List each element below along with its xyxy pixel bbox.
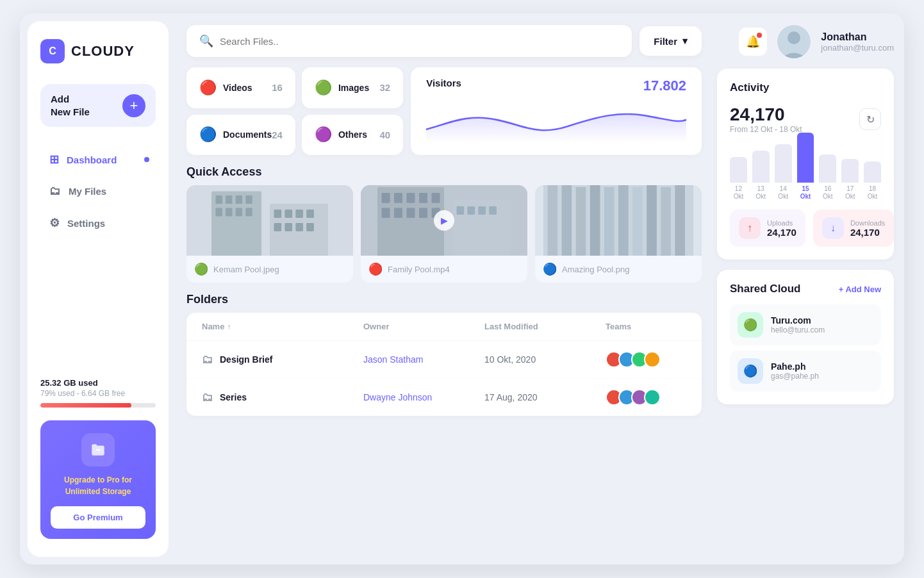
qa-card-1[interactable]: ▶ 🔴 Family Pool.mp4: [361, 185, 527, 283]
download-icon: ↓: [822, 217, 844, 239]
svg-rect-24: [407, 193, 415, 203]
table-row[interactable]: 🗂 Design Brief Jason Statham 10 Okt, 202…: [186, 341, 702, 379]
sidebar-item-my-files[interactable]: 🗂 My Files: [40, 177, 156, 206]
logo-icon: C: [40, 39, 65, 63]
topbar: 🔍 Filter ▾: [186, 25, 702, 57]
qa-thumb-1: ▶: [361, 185, 527, 256]
qa-card-0[interactable]: 🟢 Kemam Pool.jpeg: [186, 185, 353, 283]
stat-card-others[interactable]: 🟣 Others 40: [302, 115, 403, 156]
filter-button[interactable]: Filter ▾: [639, 26, 702, 56]
svg-rect-12: [274, 210, 282, 218]
go-premium-button[interactable]: Go Premium: [51, 506, 145, 529]
user-info: Jonathan jonathan@turu.com: [821, 31, 894, 53]
activity-number: 24,170: [730, 104, 802, 125]
folder-icon-0: 🗂: [202, 353, 213, 367]
videos-label: Videos: [223, 83, 252, 93]
logo-row: C CLOUDY: [40, 39, 156, 63]
svg-rect-10: [245, 208, 252, 217]
storage-bar-background: [40, 403, 156, 408]
downloads-card: ↓ Downloads 24,170: [813, 210, 894, 247]
add-file-label: Add New File: [51, 93, 90, 118]
stats-row: 🔴 Videos 16 🟢 Images 32 🔵 Documents: [186, 67, 702, 155]
filter-label: Filter: [654, 36, 677, 47]
svg-rect-7: [216, 208, 222, 217]
svg-rect-44: [618, 185, 629, 256]
uploads-value: 24,170: [767, 227, 796, 238]
add-file-icon[interactable]: +: [122, 94, 145, 117]
quick-access-cards: 🟢 Kemam Pool.jpeg: [186, 185, 702, 283]
svg-rect-34: [467, 206, 475, 215]
user-email: jonathan@turu.com: [821, 43, 894, 53]
play-button-icon[interactable]: ▶: [434, 210, 454, 231]
bar-0: [730, 157, 747, 183]
qa-filename-1: Family Pool.mp4: [388, 265, 450, 274]
svg-rect-23: [394, 193, 402, 203]
search-icon: 🔍: [199, 34, 213, 48]
qa-card-2[interactable]: 🔵 Amazing Pool.png: [535, 185, 702, 283]
sidebar-item-dashboard-label: Dashboard: [67, 154, 117, 165]
bar-label-1: 13Okt: [756, 185, 766, 201]
stat-card-videos[interactable]: 🔴 Videos 16: [186, 67, 295, 108]
bar-3-active: [797, 133, 814, 183]
folder-teams-1: [606, 389, 686, 406]
svg-rect-46: [647, 185, 657, 256]
stat-card-images[interactable]: 🟢 Images 32: [302, 67, 403, 108]
main-content: 🔍 Filter ▾ 🔴 Videos 16: [176, 13, 712, 565]
svg-rect-45: [632, 187, 643, 256]
settings-icon: ⚙: [49, 216, 60, 230]
nav-items: ⊞ Dashboard 🗂 My Files ⚙ Settings: [40, 145, 156, 363]
add-file-button[interactable]: Add New File +: [40, 84, 156, 127]
bar-col-4: 16Okt: [819, 154, 836, 201]
sidebar-item-settings[interactable]: ⚙ Settings: [40, 208, 156, 238]
videos-count: 16: [272, 82, 283, 93]
svg-rect-18: [295, 223, 303, 231]
shared-cloud-card: Shared Cloud + Add New 🟢 Turu.com hello@…: [717, 270, 894, 404]
others-count: 40: [380, 129, 391, 140]
bar-col-6: 18Okt: [864, 161, 881, 201]
upgrade-box: Upgrade to Pro for Unlimited Storage Go …: [40, 420, 156, 539]
folder-teams-0: [606, 351, 686, 368]
refresh-button[interactable]: ↻: [859, 108, 881, 130]
table-row[interactable]: 🗂 Series Dwayne Johnson 17 Aug, 2020: [186, 379, 702, 416]
svg-rect-19: [306, 223, 314, 231]
cloud-icon-1: 🔵: [738, 358, 763, 384]
downloads-value: 24,170: [850, 227, 885, 238]
sort-arrow-icon: ↑: [227, 322, 231, 331]
notification-button[interactable]: 🔔: [739, 28, 767, 56]
others-icon: 🟣: [315, 126, 332, 143]
chevron-down-icon: ▾: [682, 35, 688, 47]
stat-card-documents[interactable]: 🔵 Documents 24: [186, 115, 295, 156]
files-icon: 🗂: [49, 185, 61, 198]
avatar: [644, 351, 661, 368]
svg-rect-28: [394, 208, 402, 219]
svg-rect-36: [489, 206, 497, 215]
sidebar-item-dashboard[interactable]: ⊞ Dashboard: [40, 145, 156, 174]
svg-rect-35: [478, 206, 486, 215]
search-input[interactable]: [220, 36, 619, 47]
shared-cloud-title: Shared Cloud: [730, 283, 801, 295]
documents-label: Documents: [223, 129, 272, 140]
activity-card: Activity 24,170 From 12 Okt - 18 Okt ↻ 1…: [717, 69, 894, 260]
svg-rect-4: [226, 195, 232, 204]
svg-rect-17: [285, 223, 292, 231]
folder-date-0: 10 Okt, 2020: [484, 354, 606, 365]
cloud-item-0[interactable]: 🟢 Turu.com hello@turu.com: [730, 304, 881, 345]
col-teams: Teams: [606, 322, 686, 331]
svg-rect-6: [245, 195, 252, 204]
sidebar-item-settings-label: Settings: [67, 218, 105, 229]
documents-count: 24: [272, 129, 283, 140]
storage-section: 25.32 GB used 79% used - 6.64 GB free: [40, 378, 156, 408]
activity-title: Activity: [730, 81, 769, 94]
cloud-item-1[interactable]: 🔵 Pahe.ph gas@pahe.ph: [730, 351, 881, 392]
qa-icon-1: 🔴: [368, 262, 383, 276]
right-panel: 🔔 Jonathan jonathan@turu.com Activity: [712, 13, 904, 565]
bar-6: [864, 161, 881, 183]
bar-col-0: 12Okt: [730, 157, 747, 201]
svg-rect-26: [432, 193, 440, 203]
bar-col-2: 14Okt: [775, 144, 792, 201]
folders-table: Name ↑ Owner Last Modified Teams 🗂 Desig…: [186, 313, 702, 416]
col-name: Name ↑: [202, 322, 363, 331]
bar-chart: 12Okt 13Okt 14Okt 15Okt 16Okt: [730, 143, 881, 201]
visitors-value: 17.802: [643, 78, 686, 94]
add-new-button[interactable]: + Add New: [839, 285, 881, 294]
